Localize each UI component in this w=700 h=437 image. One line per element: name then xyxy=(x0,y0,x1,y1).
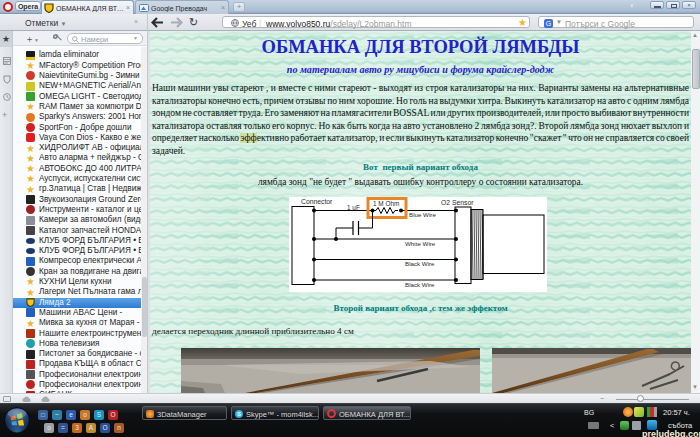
svg-text:Black Wire: Black Wire xyxy=(405,281,435,288)
svg-text:1 uF: 1 uF xyxy=(347,204,360,211)
svg-text:White Wire: White Wire xyxy=(405,240,436,247)
svg-text:Connector: Connector xyxy=(301,198,333,205)
svg-text:Blue Wire: Blue Wire xyxy=(409,211,436,218)
svg-text:O2 Sensor: O2 Sensor xyxy=(441,199,474,206)
svg-text:Black Wire: Black Wire xyxy=(405,260,435,267)
svg-text:1 M Ohm: 1 M Ohm xyxy=(373,200,399,207)
